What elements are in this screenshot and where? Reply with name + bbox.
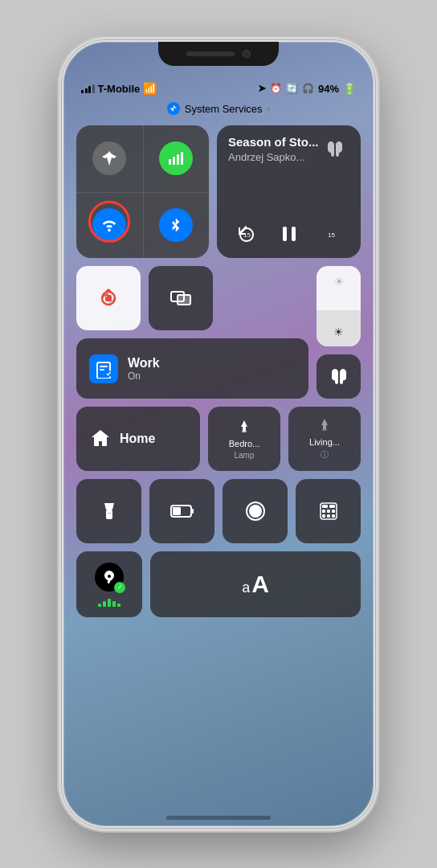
cellular-button[interactable] [143, 125, 210, 192]
row5: ✓ a A [76, 551, 361, 617]
screen: T-Mobile 📶 ➤ ⏰ 🔄 🎧 94% 🔋 System Services [63, 42, 374, 826]
svg-rect-12 [178, 295, 190, 305]
hearing-button[interactable]: ✓ [76, 551, 142, 617]
bedroom-lamp-button[interactable]: Bedro... Lamp [208, 407, 280, 471]
media-controls: 15 15 [228, 219, 349, 248]
svg-rect-30 [322, 510, 325, 513]
work-on-tile[interactable]: Work On [76, 338, 308, 399]
skip-back-button[interactable]: 15 [232, 219, 261, 248]
living-lamp-button[interactable]: Living... ⓘ [288, 407, 361, 471]
airpods-icon [321, 135, 349, 164]
work-on-text-group: Work On [128, 356, 160, 382]
work-on-title: Work [128, 356, 160, 371]
now-playing-info: Season of Sto... Andrzej Sapko... [228, 135, 321, 163]
flashlight-button[interactable] [76, 479, 141, 543]
status-right: ➤ ⏰ 🔄 🎧 94% 🔋 [258, 83, 356, 95]
home-label: Home [120, 432, 155, 446]
home-button[interactable]: Home [76, 407, 200, 471]
hearing-check-icon: ✓ [114, 582, 125, 593]
network-grid [76, 125, 209, 258]
svg-rect-29 [322, 505, 328, 508]
notch [158, 42, 279, 66]
calculator-button[interactable] [296, 479, 361, 543]
brightness-slider[interactable]: ☀ ☀ [317, 266, 361, 346]
svg-rect-32 [332, 510, 335, 513]
svg-rect-1 [173, 157, 175, 165]
battery-percent: 94% [318, 83, 339, 95]
control-center: Season of Sto... Andrzej Sapko... [63, 119, 374, 826]
airplane-icon [92, 141, 126, 175]
svg-text:15: 15 [328, 231, 335, 239]
svg-rect-24 [173, 507, 181, 515]
airplane-mode-button[interactable] [76, 125, 143, 192]
alarm-icon: ⏰ [270, 83, 282, 94]
svg-rect-14 [100, 366, 108, 367]
chevron-right-icon: › [268, 104, 271, 113]
brightness-icon-top: ☀ [333, 274, 345, 289]
svg-rect-18 [242, 431, 247, 432]
svg-point-27 [249, 505, 262, 518]
wifi-button[interactable] [76, 192, 143, 259]
svg-rect-15 [100, 369, 104, 371]
svg-rect-31 [327, 510, 330, 513]
svg-rect-3 [181, 152, 183, 165]
living-lamp-info-icon: ⓘ [321, 449, 329, 461]
play-pause-button[interactable] [275, 219, 304, 248]
battery-icon [170, 503, 194, 519]
svg-text:15: 15 [243, 231, 251, 239]
bedroom-lamp-label: Bedro... [229, 439, 260, 448]
svg-rect-22 [108, 513, 111, 514]
now-playing-header: Season of Sto... Andrzej Sapko... [228, 135, 349, 164]
wifi-icon [92, 208, 126, 242]
right-sliders: ☀ ☀ [317, 266, 361, 399]
screen-mirror-button[interactable] [149, 266, 213, 330]
cellular-icon [159, 141, 193, 175]
status-left: T-Mobile 📶 [81, 82, 157, 95]
bedroom-lamp-sub: Lamp [234, 451, 254, 460]
calculator-icon [319, 502, 338, 521]
rotation-lock-button[interactable] [76, 266, 141, 330]
home-indicator[interactable] [166, 816, 271, 820]
skip-forward-button[interactable]: 15 [317, 219, 345, 248]
signal-bar-2 [85, 88, 88, 93]
svg-rect-6 [283, 227, 287, 241]
screen-mirror-icon [169, 287, 192, 309]
hearing-bars [98, 597, 120, 607]
location-services-label: System Services [185, 103, 263, 115]
flashlight-icon [100, 502, 119, 521]
home-icon [89, 428, 112, 450]
work-on-icon [89, 354, 118, 383]
svg-rect-33 [322, 514, 325, 518]
svg-rect-34 [327, 514, 330, 518]
rotation-lock-icon [97, 287, 120, 309]
battery-widget-button[interactable] [149, 479, 214, 543]
location-services-bar[interactable]: System Services › [63, 98, 374, 119]
signal-bar-3 [88, 86, 91, 93]
carrier-label: T-Mobile [98, 83, 141, 95]
svg-rect-0 [169, 159, 171, 165]
signal-bars [81, 84, 95, 93]
now-playing-widget[interactable]: Season of Sto... Andrzej Sapko... [217, 125, 361, 258]
svg-rect-2 [177, 154, 179, 165]
location-arrow-icon: ➤ [258, 83, 266, 94]
notch-camera [243, 50, 251, 58]
airpods-volume-tile[interactable] [317, 354, 361, 399]
bedroom-lamp-icon [235, 419, 253, 436]
row3: Home Bedro... Lamp [76, 407, 361, 471]
row2-top [76, 266, 308, 330]
text-size-button[interactable]: a A [150, 551, 361, 617]
text-size-content: a A [242, 571, 269, 598]
text-size-small-a: a [242, 579, 250, 596]
bluetooth-icon [159, 208, 193, 242]
sync-icon: 🔄 [286, 83, 298, 94]
work-on-subtitle: On [128, 371, 160, 382]
svg-rect-35 [332, 514, 335, 518]
svg-rect-36 [329, 505, 335, 508]
svg-rect-7 [292, 227, 296, 241]
screen-record-icon [245, 501, 266, 522]
brightness-icon-bottom: ☀ [333, 326, 344, 338]
bluetooth-button[interactable] [143, 192, 210, 259]
row4 [76, 479, 361, 543]
screen-record-button[interactable] [223, 479, 288, 543]
row2-3: Work On ☀ ☀ [76, 266, 361, 399]
